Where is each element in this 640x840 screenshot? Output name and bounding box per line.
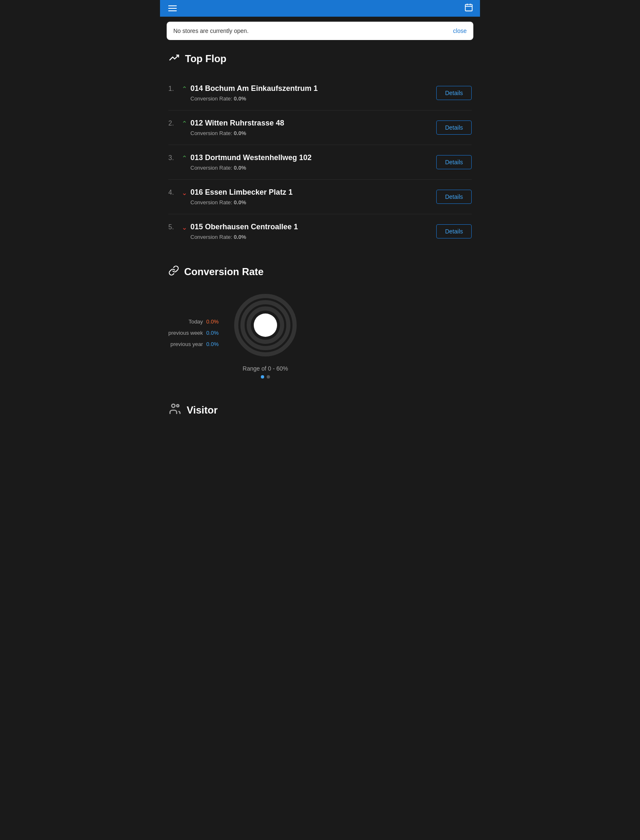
visitor-title: Visitor — [187, 404, 218, 416]
item-left-3: 3. ⌃ 013 Dortmund Westenhellweg 102 Conv… — [168, 153, 436, 171]
donut-pagination-dots — [242, 375, 288, 379]
top-flop-list: 1. ⌃ 014 Bochum Am Einkaufszentrum 1 Con… — [168, 76, 472, 248]
calendar-button[interactable] — [464, 3, 473, 14]
svg-rect-0 — [465, 4, 472, 11]
chart-legend: Today 0.0% previous week 0.0% previous y… — [168, 318, 219, 352]
item-rank-3: 3. — [168, 153, 178, 162]
legend-item-prev-year: previous year 0.0% — [168, 341, 219, 347]
details-button-5[interactable]: Details — [436, 224, 472, 238]
item-left-1: 1. ⌃ 014 Bochum Am Einkaufszentrum 1 Con… — [168, 84, 436, 102]
table-row: 4. ⌄ 016 Essen Limbecker Platz 1 Convers… — [168, 180, 472, 214]
visitor-section: Visitor — [160, 395, 480, 425]
item-name-2: 012 Witten Ruhrstrasse 48 — [190, 119, 284, 128]
item-conversion-5: Conversion Rate: 0.0% — [190, 234, 298, 240]
trending-up-icon — [168, 52, 180, 66]
dot-active[interactable] — [261, 375, 264, 379]
notification-message: No stores are currently open. — [173, 28, 249, 34]
details-button-2[interactable]: Details — [436, 120, 472, 135]
details-button-4[interactable]: Details — [436, 190, 472, 204]
svg-point-9 — [177, 405, 179, 407]
table-row: 2. ⌃ 012 Witten Ruhrstrasse 48 Conversio… — [168, 110, 472, 145]
item-conversion-2: Conversion Rate: 0.0% — [190, 130, 284, 136]
item-name-5: 015 Oberhausen Centroallee 1 — [190, 223, 298, 231]
item-rank-5: 5. — [168, 223, 178, 231]
legend-item-prev-week: previous week 0.0% — [168, 330, 219, 336]
menu-button[interactable] — [167, 4, 178, 13]
link-icon — [168, 265, 179, 278]
details-button-1[interactable]: Details — [436, 86, 472, 100]
donut-chart-wrapper: % Range of 0 - 60% — [232, 292, 299, 379]
item-rank-1: 1. — [168, 84, 178, 93]
close-notification-button[interactable]: close — [453, 28, 467, 34]
donut-range-label: Range of 0 - 60% — [242, 365, 288, 372]
donut-chart: % — [232, 292, 299, 359]
group-icon — [168, 402, 182, 418]
top-flop-title: Top Flop — [185, 53, 227, 65]
item-rank-4: 4. — [168, 188, 178, 196]
arrow-up-icon: ⌃ — [182, 119, 187, 128]
item-info-5: 015 Oberhausen Centroallee 1 Conversion … — [190, 223, 298, 240]
details-button-3[interactable]: Details — [436, 155, 472, 169]
item-info-4: 016 Essen Limbecker Platz 1 Conversion R… — [190, 188, 292, 206]
chart-row: Today 0.0% previous week 0.0% previous y… — [168, 292, 472, 379]
item-conversion-4: Conversion Rate: 0.0% — [190, 199, 292, 206]
top-flop-header: Top Flop — [168, 52, 472, 66]
item-rank-2: 2. — [168, 119, 178, 127]
table-row: 1. ⌃ 014 Bochum Am Einkaufszentrum 1 Con… — [168, 76, 472, 110]
item-info-3: 013 Dortmund Westenhellweg 102 Conversio… — [190, 153, 312, 171]
top-flop-section: Top Flop 1. ⌃ 014 Bochum Am Einkaufszent… — [160, 45, 480, 255]
item-name-4: 016 Essen Limbecker Platz 1 — [190, 188, 292, 197]
table-row: 5. ⌄ 015 Oberhausen Centroallee 1 Conver… — [168, 214, 472, 248]
conversion-rate-section: Conversion Rate Today 0.0% previous week… — [160, 255, 480, 395]
item-conversion-3: Conversion Rate: 0.0% — [190, 165, 312, 171]
arrow-up-icon: ⌃ — [182, 153, 187, 162]
item-left-2: 2. ⌃ 012 Witten Ruhrstrasse 48 Conversio… — [168, 119, 436, 136]
notification-banner: No stores are currently open. close — [167, 22, 473, 40]
table-row: 3. ⌃ 013 Dortmund Westenhellweg 102 Conv… — [168, 145, 472, 180]
top-bar — [160, 0, 480, 17]
svg-point-8 — [172, 404, 175, 407]
conversion-rate-header: Conversion Rate — [168, 265, 472, 278]
donut-info: Range of 0 - 60% — [242, 365, 288, 379]
donut-center-symbol: % — [260, 318, 270, 332]
item-info-2: 012 Witten Ruhrstrasse 48 Conversion Rat… — [190, 119, 284, 136]
legend-item-today: Today 0.0% — [168, 318, 219, 325]
item-left-4: 4. ⌄ 016 Essen Limbecker Platz 1 Convers… — [168, 188, 436, 206]
item-name-1: 014 Bochum Am Einkaufszentrum 1 — [190, 84, 318, 93]
dot-inactive[interactable] — [267, 375, 270, 379]
item-conversion-1: Conversion Rate: 0.0% — [190, 95, 318, 102]
arrow-down-icon: ⌄ — [182, 188, 187, 197]
conversion-rate-title: Conversion Rate — [184, 266, 264, 278]
item-name-3: 013 Dortmund Westenhellweg 102 — [190, 153, 312, 162]
item-info-1: 014 Bochum Am Einkaufszentrum 1 Conversi… — [190, 84, 318, 102]
arrow-up-icon: ⌃ — [182, 84, 187, 93]
item-left-5: 5. ⌄ 015 Oberhausen Centroallee 1 Conver… — [168, 223, 436, 240]
arrow-down-icon: ⌄ — [182, 223, 187, 231]
